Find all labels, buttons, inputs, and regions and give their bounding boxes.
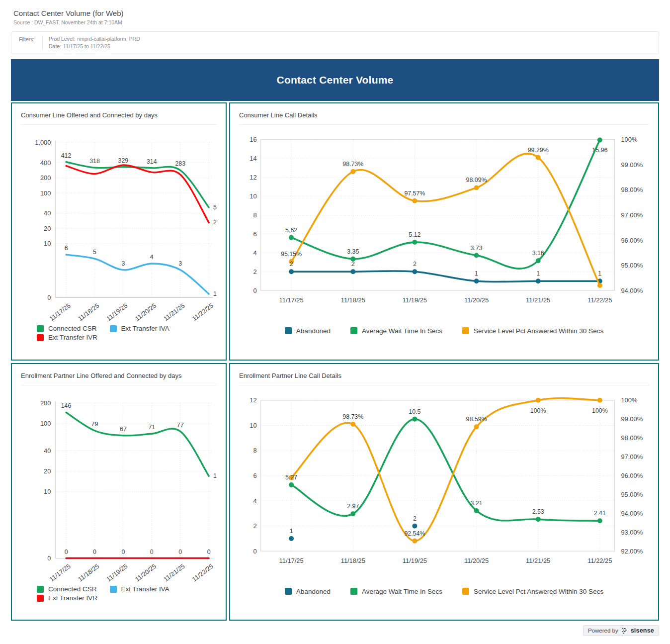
data-point[interactable] [412,417,417,422]
data-label: 314 [147,158,157,165]
series-abandoned[interactable] [291,271,600,282]
enrollment-details-chart[interactable]: 02468101292.00%93.00%94.00%95.00%96.00%9… [239,388,649,582]
sisense-logo-icon [621,628,628,634]
data-point[interactable] [412,198,417,203]
left-axis-tick: 4 [253,249,257,257]
x-axis-tick: 11/18/25 [341,296,365,304]
legend-item-service-level-pct-answered-within-30-secs[interactable]: Service Level Pct Answered Within 30 Sec… [462,327,603,335]
x-axis-tick: 11/20/25 [134,562,158,583]
legend-swatch [350,327,357,334]
legend-label: Connected CSR [48,585,97,593]
legend-label: Ext Transfer IVR [48,334,97,341]
enrollment-offered-chart[interactable]: 200100402010011/17/2511/18/2511/19/2511/… [21,388,217,584]
legend-item-connected-csr[interactable]: Connected CSR [37,585,97,593]
series-connected-csr[interactable] [66,412,209,476]
data-point[interactable] [597,283,602,288]
series-average-wait-time-in-secs[interactable] [291,419,600,521]
legend-item-service-level-pct-answered-within-30-secs[interactable]: Service Level Pct Answered Within 30 Sec… [462,588,603,595]
series-ext-transfer-ivr[interactable] [66,165,209,223]
data-point[interactable] [289,269,294,274]
enrollment-details-svg[interactable]: 02468101292.00%93.00%94.00%95.00%96.00%9… [239,388,649,582]
left-axis-tick: 0 [253,548,257,555]
series-average-wait-time-in-secs[interactable] [291,140,600,269]
panel-title-consumer-details: Consumer Line Call Details [239,109,649,125]
data-point[interactable] [289,482,294,487]
data-label: 5.62 [285,227,297,234]
data-label: 99.29% [528,147,549,154]
right-axis-tick: 95.00% [621,491,643,498]
legend-swatch [285,327,292,334]
powered-by-text: Powered by [588,628,618,634]
x-axis-tick: 11/22/25 [191,302,215,323]
consumer-offered-legend: Connected CSRExt Transfer IVAExt Transfe… [37,325,201,341]
data-point[interactable] [350,169,355,174]
legend-swatch [110,325,117,332]
data-point[interactable] [474,508,479,513]
legend-item-average-wait-time-in-secs[interactable]: Average Wait Time In Secs [350,327,442,335]
data-point[interactable] [289,235,294,240]
data-point[interactable] [474,185,479,190]
legend-item-ext-transfer-ivr[interactable]: Ext Transfer IVR [37,594,97,602]
data-point[interactable] [536,258,541,263]
filters-bar: Filters: Prod Level:nmprd-callai-platfor… [11,31,659,54]
legend-label: Ext Transfer IVA [121,325,169,332]
dashboard-banner-title: Contact Center Volume [277,74,394,86]
x-axis-tick: 11/20/25 [134,302,158,323]
powered-by-sisense-badge[interactable]: Powered by sisense [583,625,659,636]
consumer-details-chart[interactable]: 024681012141694.00%95.00%96.00%97.00%98.… [239,128,649,321]
data-point[interactable] [474,253,479,258]
data-point[interactable] [289,536,294,541]
data-point[interactable] [350,422,355,427]
left-axis-tick: 12 [250,174,256,181]
data-point[interactable] [597,518,602,523]
legend-item-ext-transfer-ivr[interactable]: Ext Transfer IVR [37,334,97,341]
left-axis-tick: 10 [250,422,256,429]
data-label: 3.35 [347,248,359,255]
data-point[interactable] [350,511,355,516]
x-axis-tick: 11/17/25 [48,562,72,583]
legend-item-connected-csr[interactable]: Connected CSR [37,325,97,332]
left-axis-tick: 2 [253,268,257,276]
data-label: 26 [213,219,217,226]
legend-item-abandoned[interactable]: Abandoned [285,327,331,335]
x-axis-tick: 11/22/25 [587,557,612,564]
data-label: 146 [61,403,72,410]
consumer-offered-svg[interactable]: 1,000400200100402010011/17/2511/18/2511/… [21,128,217,324]
data-label: 0 [150,549,154,555]
data-point[interactable] [412,524,417,529]
panel-enrollment-details: Enrollment Partner Line Call Details 024… [229,363,659,621]
series-service-level-pct-answered-within-30-secs[interactable] [291,154,600,285]
filter-date-value: 11/17/25 to 11/22/25 [63,43,110,49]
consumer-details-svg[interactable]: 024681012141694.00%95.00%96.00%97.00%98.… [239,128,649,321]
data-label: 2.41 [594,510,606,517]
legend-item-ext-transfer-iva[interactable]: Ext Transfer IVA [110,585,169,593]
series-ext-transfer-iva[interactable] [66,255,209,294]
left-axis-tick: 16 [250,136,256,143]
legend-item-ext-transfer-iva[interactable]: Ext Transfer IVA [110,325,169,332]
data-point[interactable] [597,398,602,403]
data-point[interactable] [536,278,541,283]
y-axis-tick: 0 [47,294,51,301]
data-point[interactable] [474,424,479,429]
data-point[interactable] [536,155,541,160]
data-point[interactable] [412,240,417,245]
legend-item-abandoned[interactable]: Abandoned [285,588,331,595]
legend-label: Abandoned [296,588,331,595]
enrollment-offered-svg[interactable]: 200100402010011/17/2511/18/2511/19/2511/… [21,388,217,584]
data-point[interactable] [536,517,541,522]
x-axis-tick: 11/17/25 [279,296,304,304]
x-axis-tick: 11/19/25 [105,562,129,583]
x-axis-tick: 11/21/25 [162,562,186,583]
data-point[interactable] [597,138,602,143]
x-axis-tick: 11/21/25 [526,296,550,304]
panel-enrollment-offered: Enrollment Partner Line Offered and Conn… [11,363,227,621]
data-point[interactable] [474,278,479,283]
data-point[interactable] [536,398,541,403]
consumer-offered-chart[interactable]: 1,000400200100402010011/17/2511/18/2511/… [21,128,217,324]
data-point[interactable] [412,269,417,274]
data-point[interactable] [350,269,355,274]
data-label: 98.59% [466,416,487,423]
y-axis-tick: 400 [40,159,51,167]
data-point[interactable] [412,539,417,544]
legend-item-average-wait-time-in-secs[interactable]: Average Wait Time In Secs [350,588,442,595]
